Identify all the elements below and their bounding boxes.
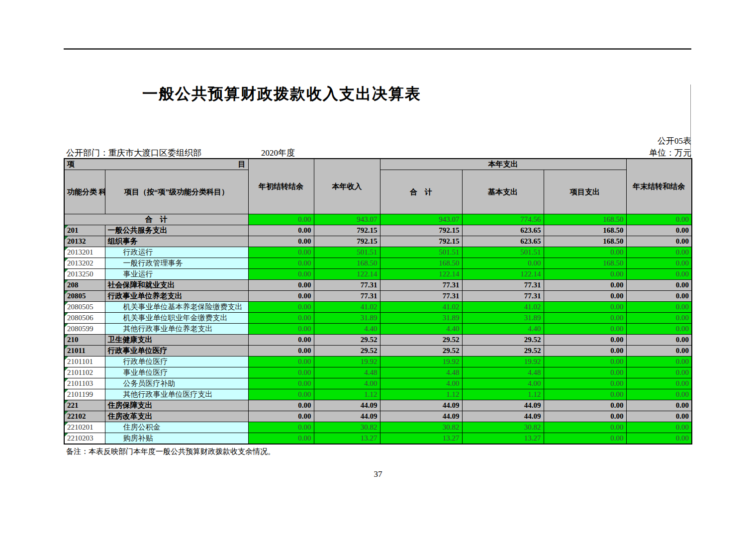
value-cell: 0.00 (248, 214, 314, 225)
value-cell: 168.50 (544, 225, 626, 236)
item-cell: 行政运行 (105, 247, 248, 258)
value-cell: 41.02 (462, 302, 544, 313)
value-cell: 77.31 (314, 291, 380, 302)
item-cell: 一般公共服务支出 (105, 225, 248, 236)
code-cell: 208 (64, 280, 105, 291)
value-cell: 0.00 (544, 247, 626, 258)
value-cell: 0.00 (626, 269, 692, 280)
table-row: 2080505机关事业单位基本养老保险缴费支出0.0041.0241.0241.… (64, 302, 692, 313)
table-row: 2210201住房公积金0.0030.8230.8230.820.000.00 (64, 422, 692, 433)
cell-flag-triangle-icon (65, 356, 68, 360)
value-cell: 13.27 (462, 433, 544, 445)
value-cell: 792.15 (380, 225, 462, 236)
table-row: 2101102事业单位医疗0.004.484.484.480.000.00 (64, 367, 692, 378)
value-cell: 0.00 (626, 302, 692, 313)
table-body: 合 计0.00943.07943.07774.56168.500.00201一般… (64, 214, 692, 445)
value-cell: 29.52 (462, 346, 544, 356)
code-cell: 2101199 (64, 389, 105, 400)
value-cell: 0.00 (248, 247, 314, 258)
value-cell: 168.50 (544, 258, 626, 269)
col-header-expense-total: 合 计 (380, 170, 462, 214)
value-cell: 0.00 (626, 400, 692, 411)
value-cell: 31.89 (314, 313, 380, 324)
value-cell: 1.12 (462, 389, 544, 400)
item-cell: 公务员医疗补助 (105, 378, 248, 389)
table-row: 22102住房改革支出0.0044.0944.0944.090.000.00 (64, 411, 692, 422)
value-cell: 19.92 (314, 356, 380, 367)
table-row: 2080506机关事业单位职业年金缴费支出0.0031.8931.8931.89… (64, 313, 692, 324)
table-code-label: 公开05表 (658, 135, 691, 147)
value-cell: 0.00 (626, 346, 692, 356)
value-cell: 77.31 (380, 280, 462, 291)
table-row: 201一般公共服务支出0.00792.15792.15623.65168.500… (64, 225, 692, 236)
value-cell: 0.00 (248, 236, 314, 247)
cell-flag-triangle-icon (65, 378, 68, 382)
item-cell: 组织事务 (105, 236, 248, 247)
item-cell: 行政事业单位养老支出 (105, 291, 248, 302)
value-cell: 4.40 (314, 324, 380, 335)
value-cell: 4.48 (380, 367, 462, 378)
value-cell: 0.00 (626, 324, 692, 335)
value-cell: 44.09 (314, 411, 380, 422)
value-cell: 774.56 (462, 214, 544, 225)
value-cell: 0.00 (248, 422, 314, 433)
table-row: 2210203购房补贴0.0013.2713.2713.270.000.00 (64, 433, 692, 445)
cell-flag-triangle-icon (65, 280, 68, 283)
table-row: 210卫生健康支出0.0029.5229.5229.520.000.00 (64, 335, 692, 346)
value-cell: 19.92 (462, 356, 544, 367)
total-label-cell: 合 计 (64, 214, 248, 225)
value-cell: 0.00 (626, 258, 692, 269)
code-cell: 201 (64, 225, 105, 236)
value-cell: 0.00 (248, 225, 314, 236)
value-cell: 0.00 (248, 291, 314, 302)
value-cell: 4.00 (314, 378, 380, 389)
unit-label: 单位：万元 (649, 147, 691, 159)
item-cell: 住房公积金 (105, 422, 248, 433)
table-row: 20805行政事业单位养老支出0.0077.3177.3177.310.000.… (64, 291, 692, 302)
value-cell: 623.65 (462, 225, 544, 236)
value-cell: 4.40 (380, 324, 462, 335)
cell-flag-triangle-icon (65, 302, 68, 305)
value-cell: 77.31 (314, 280, 380, 291)
value-cell: 0.00 (248, 389, 314, 400)
code-cell: 2080599 (64, 324, 105, 335)
value-cell: 0.00 (626, 335, 692, 346)
value-cell: 0.00 (248, 324, 314, 335)
code-cell: 2013202 (64, 258, 105, 269)
value-cell: 29.52 (314, 346, 380, 356)
value-cell: 0.00 (626, 389, 692, 400)
item-cell: 事业运行 (105, 269, 248, 280)
item-cell: 行政单位医疗 (105, 356, 248, 367)
value-cell: 0.00 (544, 324, 626, 335)
cell-flag-triangle-icon (65, 433, 68, 437)
item-cell: 社会保障和就业支出 (105, 280, 248, 291)
code-cell: 2101102 (64, 367, 105, 378)
col-header-opening-balance: 年初结转结余 (248, 159, 314, 214)
value-cell: 0.00 (626, 291, 692, 302)
value-cell: 30.82 (380, 422, 462, 433)
document-page: 一般公共预算财政拨款收入支出决算表 公开05表 公开部门：重庆市大渡口区委组织部… (0, 0, 756, 534)
value-cell: 0.00 (626, 214, 692, 225)
page-number: 37 (0, 469, 756, 479)
value-cell: 0.00 (248, 269, 314, 280)
value-cell: 623.65 (462, 236, 544, 247)
value-cell: 0.00 (248, 433, 314, 445)
cell-flag-triangle-icon (65, 324, 68, 327)
value-cell: 44.09 (380, 400, 462, 411)
code-cell: 22102 (64, 411, 105, 422)
value-cell: 168.50 (544, 236, 626, 247)
value-cell: 0.00 (544, 269, 626, 280)
value-cell: 19.92 (380, 356, 462, 367)
cell-flag-triangle-icon (65, 346, 68, 349)
value-cell: 1.12 (380, 389, 462, 400)
value-cell: 501.51 (462, 247, 544, 258)
item-cell: 其他行政事业单位医疗支出 (105, 389, 248, 400)
item-cell: 机关事业单位基本养老保险缴费支出 (105, 302, 248, 313)
value-cell: 501.51 (380, 247, 462, 258)
code-cell: 210 (64, 335, 105, 346)
value-cell: 41.02 (380, 302, 462, 313)
table-row: 208社会保障和就业支出0.0077.3177.3177.310.000.00 (64, 280, 692, 291)
value-cell: 0.00 (248, 302, 314, 313)
value-cell: 0.00 (626, 236, 692, 247)
value-cell: 0.00 (626, 422, 692, 433)
